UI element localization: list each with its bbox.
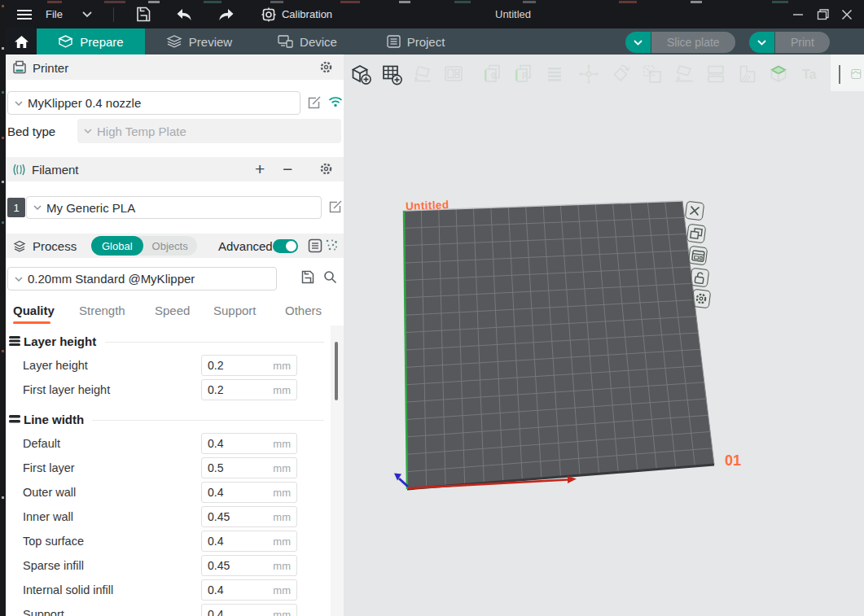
tab-others[interactable]: Others xyxy=(285,304,322,317)
minimize-button[interactable] xyxy=(786,0,810,28)
add-object-button[interactable] xyxy=(349,62,373,86)
detail-list-button[interactable] xyxy=(308,238,322,253)
param-input[interactable]: 0.2 mm xyxy=(201,379,297,400)
param-scroll-area[interactable]: Layer height Layer height 0.2 mm First l… xyxy=(6,325,331,616)
save-project-button[interactable] xyxy=(130,0,156,28)
search-params-button[interactable] xyxy=(323,270,337,284)
seam-paint-button[interactable] xyxy=(766,62,791,86)
scrollbar-thumb[interactable] xyxy=(335,342,338,400)
split-parts-button[interactable]: P xyxy=(511,62,536,86)
param-value[interactable]: 0.4 xyxy=(208,437,223,450)
tab-prepare[interactable]: Prepare xyxy=(37,28,145,55)
calibration-button[interactable]: Calibration xyxy=(257,0,337,28)
file-menu[interactable]: File xyxy=(46,8,63,20)
param-value[interactable]: 0.45 xyxy=(208,559,230,572)
param-input[interactable]: 0.45 mm xyxy=(201,555,297,576)
param-input[interactable]: 0.4 mm xyxy=(201,604,297,616)
param-input[interactable]: 0.5 mm xyxy=(201,457,297,478)
param-row: Outer wall 0.4 mm xyxy=(6,482,331,503)
tab-preview-label: Preview xyxy=(189,35,232,49)
rotate-tool-button[interactable] xyxy=(608,62,633,86)
tab-preview[interactable]: Preview xyxy=(145,28,253,55)
auto-orient-button[interactable] xyxy=(410,62,435,86)
layers-list-button[interactable] xyxy=(542,62,567,86)
scope-objects[interactable]: Objects xyxy=(143,240,197,252)
param-label: Default xyxy=(23,437,60,450)
printer-settings-button[interactable] xyxy=(319,60,333,74)
arrange-plate-button[interactable] xyxy=(686,224,707,244)
artifact xyxy=(2,496,4,499)
filament-settings-button[interactable] xyxy=(319,162,333,176)
print-options-button[interactable] xyxy=(749,32,774,53)
save-preset-button[interactable] xyxy=(300,270,314,284)
assembly-button[interactable] xyxy=(850,62,864,86)
cut-tool-button[interactable] xyxy=(704,62,728,86)
close-button[interactable] xyxy=(835,0,859,28)
param-input[interactable]: 0.4 mm xyxy=(201,433,297,454)
undo-icon xyxy=(175,8,193,21)
param-unit: mm xyxy=(273,487,291,499)
text-shape-button[interactable]: Ta xyxy=(798,62,822,86)
delete-plate-button[interactable] xyxy=(685,201,705,221)
process-scope-toggle[interactable]: Global Objects xyxy=(91,236,197,256)
param-input[interactable]: 0.2 mm xyxy=(201,355,297,376)
split-objects-button[interactable]: 0 xyxy=(480,62,505,86)
edit-filament-button[interactable] xyxy=(328,199,343,214)
gear-icon xyxy=(319,60,333,74)
param-value[interactable]: 0.45 xyxy=(208,510,230,523)
print-button[interactable]: Print xyxy=(775,32,830,53)
param-value[interactable]: 0.4 xyxy=(208,583,223,596)
slice-options-button[interactable] xyxy=(625,32,651,53)
param-unit: mm xyxy=(273,609,291,616)
params-dots-button[interactable] xyxy=(325,238,338,251)
param-input[interactable]: 0.4 mm xyxy=(201,482,297,503)
tab-project[interactable]: Project xyxy=(362,28,470,55)
redo-button[interactable] xyxy=(213,0,240,28)
param-label: First layer height xyxy=(23,383,110,396)
home-button[interactable] xyxy=(6,28,37,55)
param-input[interactable]: 0.4 mm xyxy=(201,579,297,601)
arrange-button[interactable] xyxy=(441,62,466,86)
tab-quality[interactable]: Quality xyxy=(13,304,55,317)
param-value[interactable]: 0.4 xyxy=(208,486,223,499)
printer-preset-select[interactable]: MyKlipper 0.4 nozzle xyxy=(7,91,300,115)
printer-connection-button[interactable] xyxy=(328,96,343,107)
param-label: Inner wall xyxy=(23,510,73,523)
slice-plate-button[interactable]: Slice plate xyxy=(651,32,735,53)
maximize-button[interactable] xyxy=(810,0,835,28)
param-value[interactable]: 0.4 xyxy=(208,608,223,616)
param-input[interactable]: 0.4 mm xyxy=(201,531,297,552)
param-value[interactable]: 0.5 xyxy=(208,461,223,474)
group-divider xyxy=(105,342,324,343)
param-unit: mm xyxy=(273,360,291,372)
tab-strength[interactable]: Strength xyxy=(79,304,125,317)
main-menu-button[interactable] xyxy=(11,0,37,28)
scale-tool-button[interactable] xyxy=(640,62,664,86)
support-paint-button[interactable] xyxy=(735,62,760,86)
process-preset-select[interactable]: 0.20mm Standard @MyKlipper xyxy=(7,267,277,291)
edit-printer-button[interactable] xyxy=(307,95,322,110)
plate-settings-button[interactable] xyxy=(688,246,708,266)
advanced-toggle[interactable] xyxy=(273,239,298,253)
param-value[interactable]: 0.2 xyxy=(208,383,223,396)
add-filament-button[interactable]: + xyxy=(255,157,265,181)
tab-support[interactable]: Support xyxy=(213,304,257,317)
lock-plate-button[interactable] xyxy=(690,268,710,288)
group-title: Layer height xyxy=(24,334,96,348)
scope-global[interactable]: Global xyxy=(91,236,143,256)
move-tool-button[interactable] xyxy=(577,62,601,86)
panel-scrollbar[interactable] xyxy=(331,325,344,616)
lay-flat-button[interactable] xyxy=(672,62,696,86)
param-value[interactable]: 0.4 xyxy=(208,535,223,548)
add-plate-button[interactable] xyxy=(379,62,404,86)
remove-filament-button[interactable]: − xyxy=(283,157,292,181)
file-menu-expand[interactable] xyxy=(77,0,97,28)
tab-device[interactable]: Device xyxy=(253,28,362,55)
param-input[interactable]: 0.45 mm xyxy=(201,506,297,527)
param-value[interactable]: 0.2 xyxy=(208,359,223,372)
plate-gear-button[interactable] xyxy=(691,289,712,309)
tab-speed[interactable]: Speed xyxy=(155,304,190,317)
bed-type-select[interactable]: High Temp Plate xyxy=(77,119,341,143)
filament-preset-select[interactable]: My Generic PLA xyxy=(26,196,322,219)
undo-button[interactable] xyxy=(170,0,198,28)
